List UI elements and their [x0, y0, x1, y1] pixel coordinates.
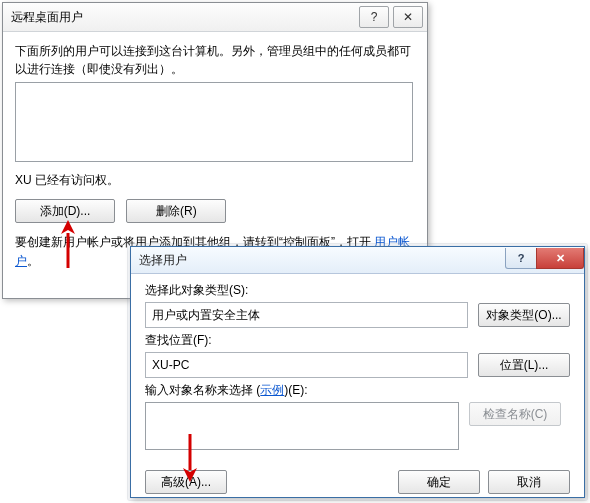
location-field: XU-PC	[145, 352, 468, 378]
access-info: XU 已经有访问权。	[15, 172, 415, 189]
titlebar: 远程桌面用户 ? ✕	[3, 3, 427, 32]
window-title: 选择用户	[139, 252, 506, 269]
advanced-button[interactable]: 高级(A)...	[145, 470, 227, 494]
help-icon: ?	[518, 252, 525, 264]
object-type-row: 用户或内置安全主体 对象类型(O)...	[145, 302, 570, 328]
names-label-post: )(E):	[284, 383, 307, 397]
button-row: 添加(D)... 删除(R)	[15, 199, 415, 223]
bottom-button-row: 高级(A)... 确定 取消	[145, 470, 570, 494]
help-button[interactable]: ?	[505, 248, 537, 269]
help-icon: ?	[371, 10, 378, 24]
object-type-field: 用户或内置安全主体	[145, 302, 468, 328]
location-row: XU-PC 位置(L)...	[145, 352, 570, 378]
titlebar: 选择用户 ? ✕	[131, 247, 584, 274]
close-icon: ✕	[403, 10, 413, 24]
close-button[interactable]: ✕	[536, 248, 584, 269]
location-value: XU-PC	[152, 358, 189, 372]
object-names-input[interactable]	[145, 402, 459, 450]
remove-button[interactable]: 删除(R)	[126, 199, 226, 223]
examples-link[interactable]: 示例	[260, 383, 284, 397]
object-types-button-label: 对象类型(O)...	[486, 307, 561, 324]
add-button[interactable]: 添加(D)...	[15, 199, 115, 223]
dialog-body: 选择此对象类型(S): 用户或内置安全主体 对象类型(O)... 查找位置(F)…	[131, 274, 584, 503]
users-listbox[interactable]	[15, 82, 413, 162]
object-type-label: 选择此对象类型(S):	[145, 282, 570, 299]
help-button[interactable]: ?	[359, 6, 389, 28]
check-names-button-label: 检查名称(C)	[483, 406, 548, 423]
object-names-row: 检查名称(C)	[145, 402, 570, 450]
ok-button-label: 确定	[427, 474, 451, 491]
advanced-button-label: 高级(A)...	[161, 474, 211, 491]
remove-button-label: 删除(R)	[156, 203, 197, 220]
names-label-pre: 输入对象名称来选择 (	[145, 383, 260, 397]
create-text-post: 。	[27, 254, 39, 268]
object-type-value: 用户或内置安全主体	[152, 307, 260, 324]
cancel-button-label: 取消	[517, 474, 541, 491]
locations-button[interactable]: 位置(L)...	[478, 353, 570, 377]
check-names-button[interactable]: 检查名称(C)	[469, 402, 561, 426]
object-names-label: 输入对象名称来选择 (示例)(E):	[145, 382, 570, 399]
close-icon: ✕	[556, 252, 565, 265]
window-buttons: ? ✕	[506, 248, 584, 268]
window-title: 远程桌面用户	[11, 9, 355, 26]
locations-button-label: 位置(L)...	[500, 357, 549, 374]
ok-button[interactable]: 确定	[398, 470, 480, 494]
location-label: 查找位置(F):	[145, 332, 570, 349]
close-button[interactable]: ✕	[393, 6, 423, 28]
add-button-label: 添加(D)...	[40, 203, 91, 220]
select-users-dialog: 选择用户 ? ✕ 选择此对象类型(S): 用户或内置安全主体 对象类型(O)..…	[130, 246, 585, 498]
info-text: 下面所列的用户可以连接到这台计算机。另外，管理员组中的任何成员都可以进行连接（即…	[15, 42, 415, 78]
cancel-button[interactable]: 取消	[488, 470, 570, 494]
object-types-button[interactable]: 对象类型(O)...	[478, 303, 570, 327]
